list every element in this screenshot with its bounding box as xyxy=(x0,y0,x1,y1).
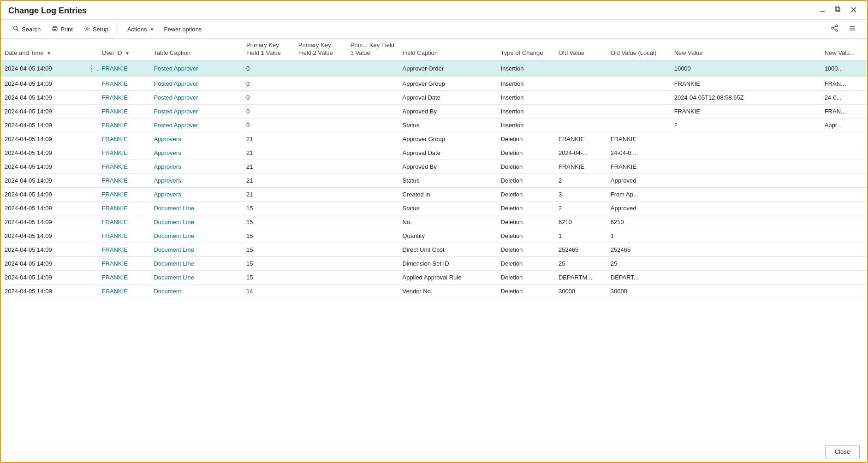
table-cell: Approval Date xyxy=(398,146,497,160)
table-cell[interactable]: Document Line xyxy=(150,256,243,270)
title-controls xyxy=(816,6,860,16)
fewer-options-button[interactable]: Fewer options xyxy=(160,24,207,35)
close-button[interactable] xyxy=(848,6,860,16)
col-header-fieldcaption[interactable]: Field Caption xyxy=(398,39,497,60)
table-cell[interactable]: FRANKIE xyxy=(98,270,150,284)
table-cell[interactable]: FRANKIE xyxy=(98,284,150,298)
table-cell[interactable]: Posted Approver xyxy=(150,118,243,132)
table-row[interactable]: 2024-04-05 14:09FRANKIEDocument Line15St… xyxy=(1,201,867,215)
table-cell[interactable]: Approvers xyxy=(150,173,243,187)
table-cell[interactable]: FRANKIE xyxy=(98,243,150,256)
table-cell[interactable]: FRANKIE xyxy=(98,160,150,173)
table-cell xyxy=(347,60,399,77)
table-row[interactable]: 2024-04-05 14:09FRANKIEDocument14Vendor … xyxy=(1,284,867,298)
table-row[interactable]: 2024-04-05 14:09⋮FRANKIEPosted Approver0… xyxy=(1,60,867,77)
table-row[interactable]: 2024-04-05 14:09FRANKIEDocument Line15Qu… xyxy=(1,229,867,243)
table-cell: 15 xyxy=(243,256,295,270)
menu-button[interactable] xyxy=(845,23,860,36)
table-cell[interactable]: FRANKIE xyxy=(98,77,150,90)
table-body: 2024-04-05 14:09⋮FRANKIEPosted Approver0… xyxy=(1,60,867,298)
table-row[interactable]: 2024-04-05 14:09FRANKIEApprovers21Approv… xyxy=(1,146,867,160)
table-cell[interactable]: FRANKIE xyxy=(98,104,150,118)
table-cell[interactable]: FRANKIE xyxy=(98,201,150,215)
table-cell[interactable]: Document Line xyxy=(150,215,243,229)
col-header-tablecaption[interactable]: Table Caption xyxy=(150,39,243,60)
table-cell: Insertion xyxy=(497,90,555,104)
col-header-pkf3[interactable]: Prim... Key Field 3 Value xyxy=(347,39,399,60)
col-header-pkf2[interactable]: Primary Key Field 2 Value xyxy=(295,39,347,60)
table-row[interactable]: 2024-04-05 14:09FRANKIEApprovers21Approv… xyxy=(1,160,867,173)
table-cell[interactable]: FRANKIE xyxy=(98,90,150,104)
col-header-newvalue[interactable]: New Value xyxy=(671,39,821,60)
col-header-datetime[interactable]: Date and Time ▼ xyxy=(1,39,82,60)
table-row[interactable]: 2024-04-05 14:09FRANKIEDocument Line15No… xyxy=(1,215,867,229)
col-header-oldvaluelocal[interactable]: Old Value (Local) xyxy=(607,39,671,60)
table-cell[interactable]: FRANKIE xyxy=(98,215,150,229)
table-cell[interactable]: Posted Approver xyxy=(150,60,243,77)
col-header-pkf1[interactable]: Primary Key Field 1 Value xyxy=(243,39,295,60)
table-cell: 21 xyxy=(243,187,295,201)
col-header-typeofchange[interactable]: Type of Change xyxy=(497,39,555,60)
table-cell[interactable]: Posted Approver xyxy=(150,90,243,104)
table-cell: Vendor No. xyxy=(398,284,497,298)
table-cell: 2024-04-05 14:09 xyxy=(1,229,82,243)
toolbar: Search Print Setup Actions ▾ Fewer optio… xyxy=(1,20,867,39)
table-row[interactable]: 2024-04-05 14:09FRANKIEApprovers21Create… xyxy=(1,187,867,201)
table-row[interactable]: 2024-04-05 14:09FRANKIEDocument Line15Di… xyxy=(1,256,867,270)
table-cell[interactable]: FRANKIE xyxy=(98,118,150,132)
change-log-window: Change Log Entries Search Print xyxy=(0,0,868,463)
table-row[interactable]: 2024-04-05 14:09FRANKIEPosted Approver0A… xyxy=(1,77,867,90)
table-cell[interactable]: Posted Approver xyxy=(150,77,243,90)
share-button[interactable] xyxy=(827,23,842,36)
table-row[interactable]: 2024-04-05 14:09FRANKIEPosted Approver0S… xyxy=(1,118,867,132)
col-header-oldvalue[interactable]: Old Value xyxy=(555,39,607,60)
row-action-cell xyxy=(82,160,98,173)
row-action-cell[interactable]: ⋮ xyxy=(82,60,98,77)
search-button[interactable]: Search xyxy=(8,23,45,36)
table-cell[interactable]: Approvers xyxy=(150,132,243,146)
table-row[interactable]: 2024-04-05 14:09FRANKIEDocument Line15Ap… xyxy=(1,270,867,284)
table-cell: No. xyxy=(398,215,497,229)
table-cell[interactable]: Approvers xyxy=(150,146,243,160)
table-cell[interactable]: Document Line xyxy=(150,243,243,256)
table-cell: 2 xyxy=(555,201,607,215)
table-row[interactable]: 2024-04-05 14:09FRANKIEPosted Approver0A… xyxy=(1,104,867,118)
table-row[interactable]: 2024-04-05 14:09FRANKIEDocument Line15Di… xyxy=(1,243,867,256)
table-cell[interactable]: FRANKIE xyxy=(98,146,150,160)
table-cell[interactable]: Document Line xyxy=(150,270,243,284)
table-cell xyxy=(671,243,821,256)
table-row[interactable]: 2024-04-05 14:09FRANKIEPosted Approver0A… xyxy=(1,90,867,104)
table-cell xyxy=(295,60,347,77)
table-cell[interactable]: Approvers xyxy=(150,160,243,173)
table-cell[interactable]: FRANKIE xyxy=(98,60,150,77)
setup-button[interactable]: Setup xyxy=(79,23,113,36)
table-cell xyxy=(295,243,347,256)
table-row[interactable]: 2024-04-05 14:09FRANKIEApprovers21Status… xyxy=(1,173,867,187)
col-header-userid[interactable]: User ID ▼ xyxy=(98,39,150,60)
table-cell[interactable]: FRANKIE xyxy=(98,173,150,187)
minimize-button[interactable] xyxy=(816,6,828,16)
chevron-down-icon: ▾ xyxy=(151,27,153,32)
actions-button[interactable]: Actions ▾ xyxy=(123,24,158,35)
share-icon xyxy=(831,24,838,32)
table-cell: 3 xyxy=(555,187,607,201)
col-header-newvalue2[interactable]: New Valu... xyxy=(821,39,867,60)
print-button[interactable]: Print xyxy=(47,23,77,36)
table-cell: Insertion xyxy=(497,77,555,90)
table-cell: Deletion xyxy=(497,270,555,284)
maximize-button[interactable] xyxy=(832,6,844,16)
table-cell[interactable]: Document Line xyxy=(150,201,243,215)
close-footer-button[interactable]: Close xyxy=(825,445,860,458)
table-cell[interactable]: FRANKIE xyxy=(98,187,150,201)
table-cell[interactable]: Posted Approver xyxy=(150,104,243,118)
table-cell[interactable]: Document Line xyxy=(150,229,243,243)
table-container[interactable]: Date and Time ▼ User ID ▼ Table Caption … xyxy=(1,39,867,441)
table-cell[interactable]: FRANKIE xyxy=(98,256,150,270)
table-cell[interactable]: Approvers xyxy=(150,187,243,201)
table-cell[interactable]: Document xyxy=(150,284,243,298)
table-row[interactable]: 2024-04-05 14:09FRANKIEApprovers21Approv… xyxy=(1,132,867,146)
table-cell: 15 xyxy=(243,270,295,284)
table-cell[interactable]: FRANKIE xyxy=(98,229,150,243)
table-cell[interactable]: FRANKIE xyxy=(98,132,150,146)
row-menu-button[interactable]: ⋮ xyxy=(86,64,97,73)
